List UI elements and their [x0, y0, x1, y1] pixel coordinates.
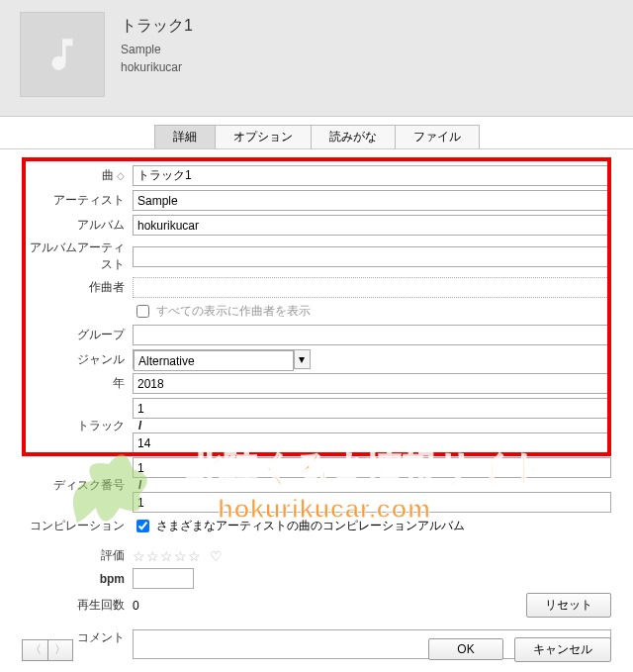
tab-bar: 詳細 オプション 読みがな ファイル: [0, 125, 633, 149]
disc-label: ディスク番号: [22, 477, 133, 494]
show-composer-checkbox[interactable]: [136, 305, 149, 318]
bpm-label: bpm: [22, 572, 133, 586]
tab-file[interactable]: ファイル: [395, 125, 480, 148]
tab-details[interactable]: 詳細: [154, 125, 216, 148]
year-label: 年: [22, 375, 133, 392]
rating-label: 評価: [22, 547, 133, 564]
song-input[interactable]: [133, 165, 611, 186]
album-input[interactable]: [133, 215, 611, 236]
composer-label: 作曲者: [22, 279, 133, 296]
sort-icon[interactable]: ◇: [117, 170, 125, 181]
ok-button[interactable]: OK: [428, 638, 502, 660]
header-album: hokurikucar: [121, 58, 193, 76]
disc-total-input[interactable]: [133, 492, 611, 513]
artist-label: アーティスト: [22, 192, 133, 209]
tab-options[interactable]: オプション: [215, 125, 312, 148]
header-title: トラック1: [121, 16, 193, 37]
compilation-text: さまざまなアーティストの曲のコンピレーションアルバム: [156, 519, 465, 532]
genre-combo[interactable]: ▾: [133, 349, 311, 369]
slash-separator: /: [138, 478, 141, 492]
bpm-input[interactable]: [133, 568, 194, 589]
compilation-label: コンピレーション: [22, 518, 133, 534]
footer: 〈 〉 OK キャンセル: [22, 637, 611, 662]
heart-icon[interactable]: ♡: [210, 548, 224, 564]
composer-input[interactable]: [133, 277, 611, 298]
header-info: トラック1 Sample hokurikucar: [121, 12, 193, 76]
genre-input[interactable]: [134, 350, 294, 371]
group-input[interactable]: [133, 325, 611, 345]
prev-button[interactable]: 〈: [22, 639, 47, 661]
album-art-placeholder: [20, 12, 105, 97]
play-count-value: 0: [133, 599, 526, 613]
play-count-label: 再生回数: [22, 597, 133, 614]
show-composer-label: すべての表示に作曲者を表示: [156, 304, 311, 318]
album-artist-label: アルバムアーティスト: [22, 240, 133, 273]
chevron-down-icon[interactable]: ▾: [294, 350, 310, 368]
track-total-input[interactable]: [133, 432, 611, 453]
tab-sorting[interactable]: 読みがな: [311, 125, 396, 148]
slash-separator: /: [138, 419, 141, 432]
header-artist: Sample: [121, 41, 193, 58]
cancel-button[interactable]: キャンセル: [514, 637, 611, 662]
header: トラック1 Sample hokurikucar: [0, 0, 633, 117]
year-input[interactable]: [133, 373, 611, 394]
next-button[interactable]: 〉: [47, 639, 73, 661]
genre-label: ジャンル: [22, 351, 133, 368]
reset-button[interactable]: リセット: [526, 593, 611, 618]
rating-stars[interactable]: ☆☆☆☆☆♡: [133, 548, 611, 564]
track-num-input[interactable]: [133, 398, 611, 419]
group-label: グループ: [22, 327, 133, 343]
album-artist-input[interactable]: [133, 246, 611, 267]
artist-input[interactable]: [133, 190, 611, 211]
track-label: トラック: [22, 418, 133, 434]
album-label: アルバム: [22, 217, 133, 234]
disc-num-input[interactable]: [133, 457, 611, 478]
song-label: 曲◇: [22, 167, 133, 184]
music-note-icon: [42, 34, 83, 75]
form-area: 曲◇ アーティスト アルバム アルバムアーティスト 作曲者 すべての表示に作曲者…: [0, 149, 633, 659]
compilation-checkbox[interactable]: [136, 520, 149, 532]
